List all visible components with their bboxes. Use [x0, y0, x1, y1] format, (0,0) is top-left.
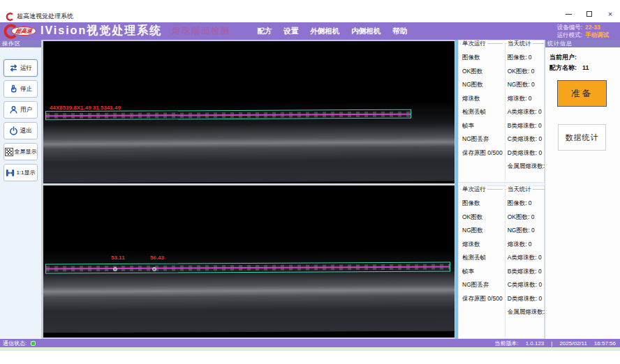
stat-row: 帧率: [460, 119, 503, 133]
comm-status-label: 通信状态:: [3, 340, 27, 347]
device-id-label: 设备编号:: [557, 24, 582, 31]
stat-row: OK图数: [460, 211, 503, 225]
recipe-name-label: 配方名称:: [549, 63, 577, 73]
sidebar-title: 操作区: [0, 40, 41, 47]
stop-button[interactable]: 停止: [3, 80, 38, 98]
defect-marker-1: [113, 267, 117, 271]
stat-row: 熔珠数: [460, 238, 503, 252]
menu-recipe[interactable]: 配方: [257, 26, 272, 36]
window-title: 超高速视觉处理系统: [17, 12, 73, 21]
today-stats-title: 当天统计: [506, 40, 533, 48]
camera-view-area: 44X8539.8X1.49 31.5341.49 53.11 56.43: [42, 40, 455, 339]
stat-row: D类熔珠数: 0: [505, 146, 549, 160]
hand-stop-icon: [9, 84, 18, 93]
user-button[interactable]: 用户: [3, 101, 38, 119]
stat-row: 金属屑熔珠数: 0: [505, 160, 549, 174]
single-run-title: 单次运行: [461, 40, 487, 48]
version-value: 1.0.123: [526, 340, 545, 347]
stats-panel-bottom: 单次运行 图像数OK图数NG图数熔珠数检测丢帧帧率NG图丢弃保存原图 0/500…: [458, 185, 545, 339]
maximize-button[interactable]: [584, 9, 595, 19]
bottom-edge-strip: [0, 347, 620, 351]
app-window: 超高速视觉处理系统 × 超高速 IVision视觉处理系统 熔珠端面检测 配方 …: [0, 0, 620, 364]
stat-row: B类熔珠数: 0: [505, 265, 549, 279]
stat-row: NG图数: 0: [505, 224, 549, 238]
app-subtitle: 熔珠端面检测: [172, 25, 230, 37]
status-separator: |: [551, 340, 552, 347]
recipe-name-value: 11: [582, 63, 589, 73]
run-mode-label: 运行模式:: [557, 31, 582, 39]
single-run-title: 单次运行: [461, 185, 487, 194]
today-stats-group-bottom: 当天统计 图像数: 0OK图数: 0NG图数: 0熔珠数: 0A类熔珠数: 0B…: [505, 189, 549, 337]
sidebar-buttons: 运行 停止 用户 退出 全屏显示 1:1显示: [0, 47, 41, 181]
stat-row: 熔珠数: 0: [505, 238, 549, 252]
info-panel-title: 统计信息: [545, 40, 620, 47]
menu-help[interactable]: 帮助: [392, 26, 407, 36]
app-header: 超高速 IVision视觉处理系统 熔珠端面检测 配方 设置 外侧相机 内侧相机…: [0, 22, 620, 40]
stat-row: 图像数: [460, 197, 503, 211]
window-controls: ×: [563, 9, 616, 19]
stat-row: B类熔珠数: 0: [505, 119, 549, 133]
stat-row: 熔珠数: 0: [505, 92, 549, 106]
exit-button[interactable]: 退出: [3, 122, 38, 139]
app-title: IVision视觉处理系统: [40, 24, 162, 38]
stat-row: OK图数: 0: [505, 211, 549, 225]
statistics-column: 单次运行 图像数OK图数NG图数熔珠数检测丢帧帧率NG图丢弃保存原图 0/500…: [458, 40, 545, 339]
menu-outer-camera[interactable]: 外侧相机: [310, 26, 339, 36]
stat-row: A类熔珠数: 0: [505, 105, 549, 119]
status-bar: 通信状态: 当前版本: 1.0.123 | 2025/02/11 16:57:5…: [0, 339, 620, 347]
stat-row: 图像数: [460, 51, 503, 65]
app-icon: [6, 11, 14, 20]
minimize-button[interactable]: [563, 9, 574, 19]
comm-status-indicator: [31, 341, 36, 346]
power-icon: [9, 126, 18, 135]
camera-view-top[interactable]: 44X8539.8X1.49 31.5341.49: [43, 41, 455, 183]
stat-row: 检测丢帧: [460, 105, 503, 119]
menu-inner-camera[interactable]: 内侧相机: [351, 26, 381, 36]
user-icon: [9, 105, 18, 114]
menu-settings[interactable]: 设置: [283, 26, 298, 36]
info-panel: 统计信息 当前用户: 配方名称:11 准备 数据统计: [545, 40, 620, 339]
status-date: 2025/02/11: [559, 340, 586, 347]
current-user-label: 当前用户:: [549, 52, 577, 63]
data-statistics-button[interactable]: 数据统计: [558, 124, 606, 151]
stat-row: 图像数: 0: [505, 51, 549, 65]
run-button[interactable]: 运行: [3, 59, 38, 77]
stat-row: A类熔珠数: 0: [505, 251, 549, 265]
stat-row: D类熔珠数: 0: [505, 292, 549, 306]
point-label-1: 53.11: [111, 255, 125, 261]
brand-badge: 超高速: [11, 26, 36, 36]
prepare-button[interactable]: 准备: [557, 80, 607, 107]
point-label-2: 56.43: [150, 255, 164, 261]
defect-marker-2: [152, 267, 156, 271]
device-id-value: 22-33: [585, 24, 614, 31]
status-time: 16:57:56: [594, 340, 616, 347]
today-stats-group-top: 当天统计 图像数: 0OK图数: 0NG图数: 0熔珠数: 0A类熔珠数: 0B…: [505, 43, 549, 181]
stat-row: 检测丢帧: [460, 251, 503, 265]
operation-sidebar: 操作区 运行 停止 用户 退出 全屏显示: [0, 40, 42, 339]
brand-logo: 超高速: [3, 24, 36, 39]
stat-row: OK图数: 0: [505, 65, 549, 79]
stat-row: 保存原图 0/500: [460, 146, 503, 160]
fullscreen-button[interactable]: 全屏显示: [3, 143, 38, 160]
weld-strip-image-bottom: [43, 249, 455, 333]
single-run-group-top: 单次运行 图像数OK图数NG图数熔珠数检测丢帧帧率NG图丢弃保存原图 0/500: [460, 43, 503, 181]
measurement-annotation-top: 44X8539.8X1.49 31.5341.49: [50, 105, 121, 111]
main-menu: 配方 设置 外侧相机 内侧相机 帮助: [257, 26, 407, 36]
version-label: 当前版本:: [494, 340, 518, 347]
stat-row: OK图数: [460, 65, 503, 79]
run-cycle-icon: [9, 63, 18, 73]
close-button[interactable]: ×: [605, 9, 616, 19]
run-mode-value: 手动调试: [585, 31, 614, 39]
stat-row: NG图数: [460, 78, 503, 92]
stat-row: NG图丢弃: [460, 278, 503, 292]
camera-view-bottom[interactable]: 53.11 56.43: [43, 185, 455, 338]
stat-row: NG图丢弃: [460, 132, 503, 146]
device-info: 设备编号:22-33 运行模式:手动调试: [557, 24, 614, 39]
stat-row: 金属屑熔珠数: 0: [505, 305, 549, 319]
stat-row: 图像数: 0: [505, 197, 549, 211]
stats-panel-top: 单次运行 图像数OK图数NG图数熔珠数检测丢帧帧率NG图丢弃保存原图 0/500…: [458, 40, 545, 183]
stat-row: NG图数: [460, 224, 503, 238]
today-stats-title: 当天统计: [506, 185, 533, 194]
one-to-one-button[interactable]: 1:1显示: [3, 164, 38, 181]
single-run-group-bottom: 单次运行 图像数OK图数NG图数熔珠数检测丢帧帧率NG图丢弃保存原图 0/500: [460, 189, 503, 337]
